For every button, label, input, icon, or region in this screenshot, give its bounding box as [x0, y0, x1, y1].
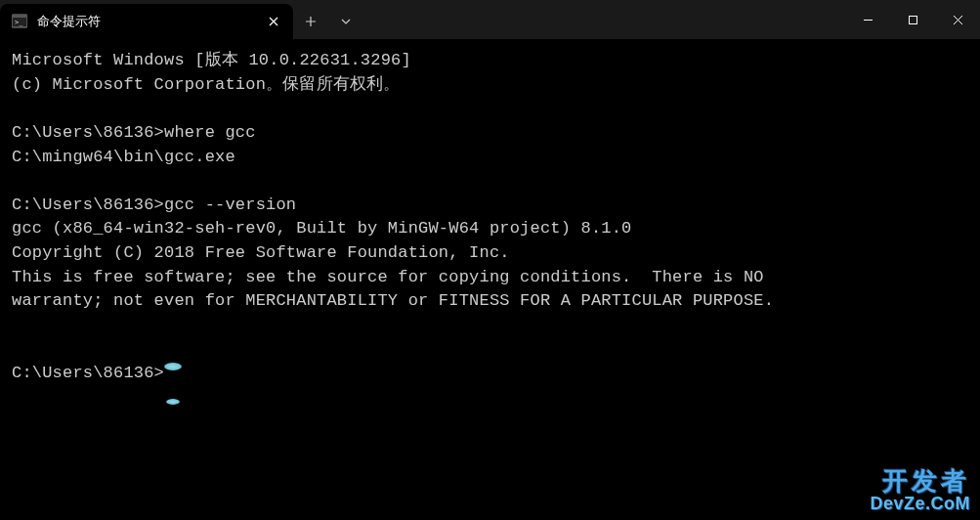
watermark-en: DevZe.CoM	[870, 495, 970, 514]
titlebar: >_ 命令提示符	[0, 0, 980, 39]
terminal-command: gcc --version	[164, 195, 296, 214]
maximize-button[interactable]	[890, 0, 935, 39]
terminal-line: gcc (x86_64-win32-seh-rev0, Built by Min…	[12, 219, 632, 238]
terminal-line: This is free software; see the source fo…	[12, 268, 764, 286]
tab-close-button[interactable]	[264, 12, 283, 31]
close-window-button[interactable]	[935, 0, 980, 39]
tab-actions	[293, 4, 363, 39]
window-controls	[845, 0, 980, 39]
terminal-prompt: C:\Users\86136>	[12, 123, 164, 142]
terminal-prompt: C:\Users\86136>	[12, 195, 164, 214]
svg-rect-3	[909, 16, 916, 23]
tab-cmd[interactable]: >_ 命令提示符	[0, 4, 293, 39]
svg-text:>_: >_	[15, 19, 23, 26]
svg-rect-1	[12, 15, 27, 18]
terminal-command: where gcc	[164, 123, 256, 142]
tab-title: 命令提示符	[37, 13, 254, 30]
terminal-line: Microsoft Windows [版本 10.0.22631.3296]	[12, 51, 411, 69]
watermark-cn: 开发者	[882, 467, 970, 496]
terminal-line: C:\mingw64\bin\gcc.exe	[12, 148, 235, 166]
terminal-line: warranty; not even for MERCHANTABILITY o…	[12, 291, 774, 310]
terminal-line: (c) Microsoft Corporation。保留所有权利。	[12, 75, 401, 94]
new-tab-button[interactable]	[293, 4, 328, 39]
tab-dropdown-button[interactable]	[328, 4, 363, 39]
watermark: 开发者 DevZe.CoM	[870, 467, 970, 514]
terminal-prompt: C:\Users\86136>	[12, 364, 164, 382]
cmd-icon: >_	[12, 14, 27, 29]
terminal-line: Copyright (C) 2018 Free Software Foundat…	[12, 243, 510, 262]
minimize-button[interactable]	[845, 0, 890, 39]
terminal-output[interactable]: Microsoft Windows [版本 10.0.22631.3296] (…	[0, 39, 980, 520]
